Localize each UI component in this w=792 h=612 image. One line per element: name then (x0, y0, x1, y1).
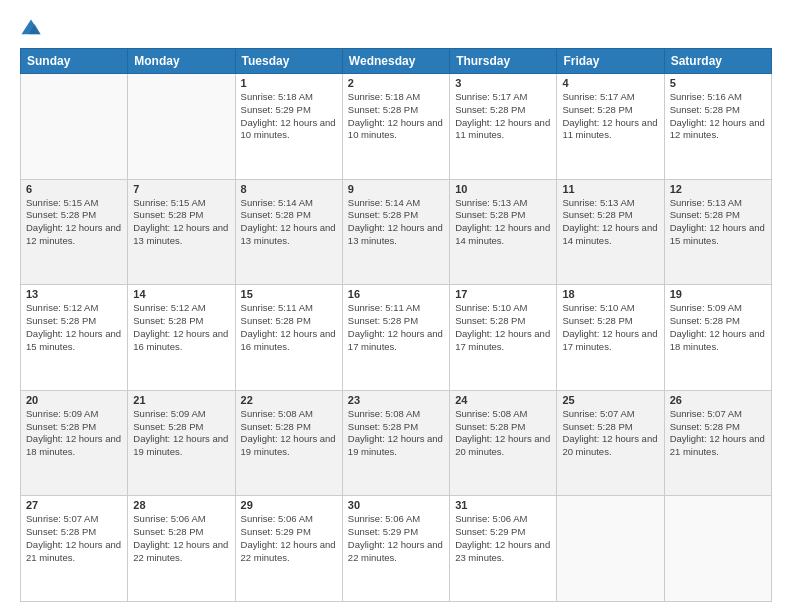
calendar-cell: 7Sunrise: 5:15 AM Sunset: 5:28 PM Daylig… (128, 179, 235, 285)
calendar-table: SundayMondayTuesdayWednesdayThursdayFrid… (20, 48, 772, 602)
calendar-cell: 29Sunrise: 5:06 AM Sunset: 5:29 PM Dayli… (235, 496, 342, 602)
day-number: 23 (348, 394, 444, 406)
day-number: 16 (348, 288, 444, 300)
day-of-week-header: Tuesday (235, 49, 342, 74)
logo (20, 18, 46, 40)
calendar-cell: 24Sunrise: 5:08 AM Sunset: 5:28 PM Dayli… (450, 390, 557, 496)
calendar-week-row: 13Sunrise: 5:12 AM Sunset: 5:28 PM Dayli… (21, 285, 772, 391)
calendar-week-row: 20Sunrise: 5:09 AM Sunset: 5:28 PM Dayli… (21, 390, 772, 496)
day-info: Sunrise: 5:09 AM Sunset: 5:28 PM Dayligh… (133, 408, 229, 459)
day-info: Sunrise: 5:13 AM Sunset: 5:28 PM Dayligh… (455, 197, 551, 248)
calendar-page: SundayMondayTuesdayWednesdayThursdayFrid… (0, 0, 792, 612)
day-number: 15 (241, 288, 337, 300)
day-info: Sunrise: 5:06 AM Sunset: 5:28 PM Dayligh… (133, 513, 229, 564)
calendar-week-row: 6Sunrise: 5:15 AM Sunset: 5:28 PM Daylig… (21, 179, 772, 285)
calendar-cell: 15Sunrise: 5:11 AM Sunset: 5:28 PM Dayli… (235, 285, 342, 391)
day-info: Sunrise: 5:15 AM Sunset: 5:28 PM Dayligh… (26, 197, 122, 248)
day-of-week-header: Wednesday (342, 49, 449, 74)
day-number: 18 (562, 288, 658, 300)
day-info: Sunrise: 5:13 AM Sunset: 5:28 PM Dayligh… (562, 197, 658, 248)
calendar-cell: 19Sunrise: 5:09 AM Sunset: 5:28 PM Dayli… (664, 285, 771, 391)
calendar-week-row: 1Sunrise: 5:18 AM Sunset: 5:29 PM Daylig… (21, 74, 772, 180)
day-number: 22 (241, 394, 337, 406)
day-info: Sunrise: 5:07 AM Sunset: 5:28 PM Dayligh… (562, 408, 658, 459)
day-number: 3 (455, 77, 551, 89)
day-info: Sunrise: 5:09 AM Sunset: 5:28 PM Dayligh… (670, 302, 766, 353)
calendar-cell (21, 74, 128, 180)
day-number: 19 (670, 288, 766, 300)
day-number: 8 (241, 183, 337, 195)
day-info: Sunrise: 5:16 AM Sunset: 5:28 PM Dayligh… (670, 91, 766, 142)
day-number: 30 (348, 499, 444, 511)
day-number: 17 (455, 288, 551, 300)
day-info: Sunrise: 5:09 AM Sunset: 5:28 PM Dayligh… (26, 408, 122, 459)
calendar-cell: 16Sunrise: 5:11 AM Sunset: 5:28 PM Dayli… (342, 285, 449, 391)
day-number: 11 (562, 183, 658, 195)
day-number: 28 (133, 499, 229, 511)
day-info: Sunrise: 5:11 AM Sunset: 5:28 PM Dayligh… (241, 302, 337, 353)
day-info: Sunrise: 5:14 AM Sunset: 5:28 PM Dayligh… (348, 197, 444, 248)
day-number: 21 (133, 394, 229, 406)
calendar-cell: 17Sunrise: 5:10 AM Sunset: 5:28 PM Dayli… (450, 285, 557, 391)
calendar-cell (557, 496, 664, 602)
day-of-week-header: Monday (128, 49, 235, 74)
day-number: 10 (455, 183, 551, 195)
calendar-cell: 5Sunrise: 5:16 AM Sunset: 5:28 PM Daylig… (664, 74, 771, 180)
calendar-cell: 14Sunrise: 5:12 AM Sunset: 5:28 PM Dayli… (128, 285, 235, 391)
day-number: 27 (26, 499, 122, 511)
day-info: Sunrise: 5:14 AM Sunset: 5:28 PM Dayligh… (241, 197, 337, 248)
day-info: Sunrise: 5:07 AM Sunset: 5:28 PM Dayligh… (26, 513, 122, 564)
calendar-cell: 31Sunrise: 5:06 AM Sunset: 5:29 PM Dayli… (450, 496, 557, 602)
calendar-cell: 30Sunrise: 5:06 AM Sunset: 5:29 PM Dayli… (342, 496, 449, 602)
day-info: Sunrise: 5:06 AM Sunset: 5:29 PM Dayligh… (241, 513, 337, 564)
day-of-week-header: Thursday (450, 49, 557, 74)
calendar-cell: 20Sunrise: 5:09 AM Sunset: 5:28 PM Dayli… (21, 390, 128, 496)
day-number: 24 (455, 394, 551, 406)
day-info: Sunrise: 5:12 AM Sunset: 5:28 PM Dayligh… (26, 302, 122, 353)
day-number: 6 (26, 183, 122, 195)
day-info: Sunrise: 5:11 AM Sunset: 5:28 PM Dayligh… (348, 302, 444, 353)
day-of-week-header: Sunday (21, 49, 128, 74)
day-info: Sunrise: 5:10 AM Sunset: 5:28 PM Dayligh… (455, 302, 551, 353)
day-number: 2 (348, 77, 444, 89)
day-number: 5 (670, 77, 766, 89)
day-info: Sunrise: 5:08 AM Sunset: 5:28 PM Dayligh… (455, 408, 551, 459)
day-info: Sunrise: 5:18 AM Sunset: 5:28 PM Dayligh… (348, 91, 444, 142)
day-info: Sunrise: 5:17 AM Sunset: 5:28 PM Dayligh… (562, 91, 658, 142)
calendar-cell: 21Sunrise: 5:09 AM Sunset: 5:28 PM Dayli… (128, 390, 235, 496)
calendar-cell (664, 496, 771, 602)
calendar-cell: 9Sunrise: 5:14 AM Sunset: 5:28 PM Daylig… (342, 179, 449, 285)
day-number: 31 (455, 499, 551, 511)
calendar-week-row: 27Sunrise: 5:07 AM Sunset: 5:28 PM Dayli… (21, 496, 772, 602)
day-number: 9 (348, 183, 444, 195)
calendar-cell: 8Sunrise: 5:14 AM Sunset: 5:28 PM Daylig… (235, 179, 342, 285)
calendar-cell: 27Sunrise: 5:07 AM Sunset: 5:28 PM Dayli… (21, 496, 128, 602)
day-info: Sunrise: 5:12 AM Sunset: 5:28 PM Dayligh… (133, 302, 229, 353)
calendar-cell: 18Sunrise: 5:10 AM Sunset: 5:28 PM Dayli… (557, 285, 664, 391)
calendar-cell: 13Sunrise: 5:12 AM Sunset: 5:28 PM Dayli… (21, 285, 128, 391)
calendar-cell: 12Sunrise: 5:13 AM Sunset: 5:28 PM Dayli… (664, 179, 771, 285)
logo-icon (20, 18, 42, 40)
day-info: Sunrise: 5:13 AM Sunset: 5:28 PM Dayligh… (670, 197, 766, 248)
day-number: 1 (241, 77, 337, 89)
calendar-cell: 22Sunrise: 5:08 AM Sunset: 5:28 PM Dayli… (235, 390, 342, 496)
day-of-week-header: Friday (557, 49, 664, 74)
calendar-cell: 4Sunrise: 5:17 AM Sunset: 5:28 PM Daylig… (557, 74, 664, 180)
day-info: Sunrise: 5:08 AM Sunset: 5:28 PM Dayligh… (241, 408, 337, 459)
day-number: 14 (133, 288, 229, 300)
calendar-cell: 11Sunrise: 5:13 AM Sunset: 5:28 PM Dayli… (557, 179, 664, 285)
calendar-cell (128, 74, 235, 180)
day-info: Sunrise: 5:10 AM Sunset: 5:28 PM Dayligh… (562, 302, 658, 353)
calendar-cell: 26Sunrise: 5:07 AM Sunset: 5:28 PM Dayli… (664, 390, 771, 496)
calendar-cell: 10Sunrise: 5:13 AM Sunset: 5:28 PM Dayli… (450, 179, 557, 285)
day-number: 20 (26, 394, 122, 406)
day-info: Sunrise: 5:07 AM Sunset: 5:28 PM Dayligh… (670, 408, 766, 459)
calendar-cell: 2Sunrise: 5:18 AM Sunset: 5:28 PM Daylig… (342, 74, 449, 180)
day-number: 25 (562, 394, 658, 406)
day-number: 12 (670, 183, 766, 195)
header (20, 18, 772, 40)
day-info: Sunrise: 5:17 AM Sunset: 5:28 PM Dayligh… (455, 91, 551, 142)
calendar-cell: 1Sunrise: 5:18 AM Sunset: 5:29 PM Daylig… (235, 74, 342, 180)
day-info: Sunrise: 5:15 AM Sunset: 5:28 PM Dayligh… (133, 197, 229, 248)
calendar-cell: 23Sunrise: 5:08 AM Sunset: 5:28 PM Dayli… (342, 390, 449, 496)
